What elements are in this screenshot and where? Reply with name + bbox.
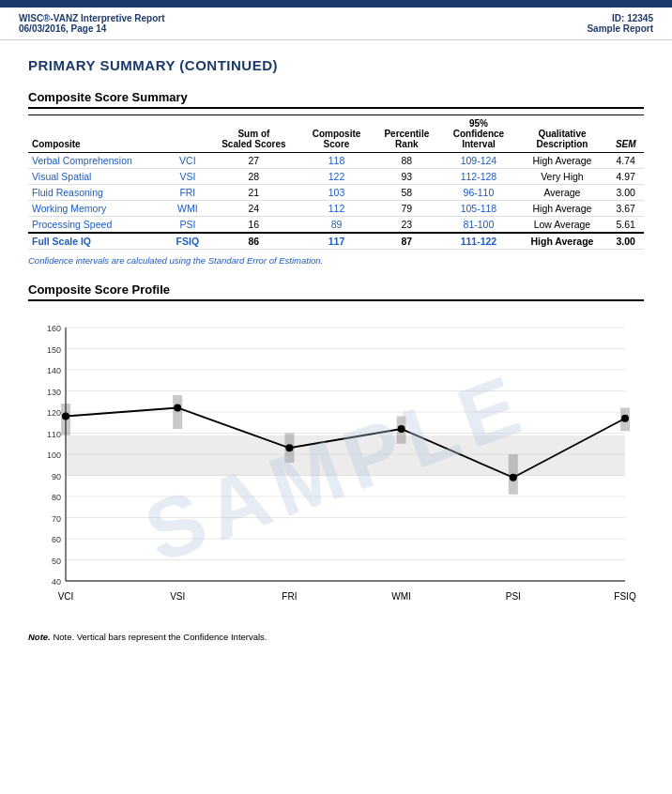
cell-sum: 24 [207, 201, 300, 217]
y-label: 100 [47, 450, 61, 460]
y-label: 40 [52, 577, 61, 587]
cell-sem: 3.67 [607, 201, 644, 217]
y-label: 60 [52, 535, 61, 544]
cell-qualitative: High Average [516, 233, 607, 250]
table-row: Verbal Comprehension VCI 27 118 88 109-1… [28, 153, 644, 169]
cell-qualitative: High Average [516, 201, 607, 217]
cell-score: 112 [300, 201, 373, 217]
cell-composite: Working Memory [28, 201, 168, 217]
chart-container: SAMPLE 160150140130120110100908070605040… [28, 309, 644, 628]
cell-abbr: VCI [168, 153, 207, 169]
cell-score: 103 [300, 185, 373, 201]
page-title: PRIMARY SUMMARY (CONTINUED) [28, 57, 644, 73]
sample-report-label: Sample Report [587, 23, 653, 34]
report-date-page: 06/03/2016, Page 14 [19, 23, 165, 34]
x-label: VCI [58, 591, 74, 602]
cell-percentile: 88 [373, 153, 440, 169]
y-label: 90 [52, 472, 61, 481]
y-label: 50 [52, 557, 61, 566]
cell-qualitative: Low Average [516, 217, 607, 234]
cell-sum: 16 [207, 217, 300, 234]
ci-bar [173, 395, 182, 429]
col-sem: SEM [607, 115, 644, 153]
confidence-note: Confidence intervals are calculated usin… [28, 255, 644, 266]
cell-sum: 21 [207, 185, 300, 201]
cell-qualitative: High Average [516, 153, 607, 169]
col-interval: 95%ConfidenceInterval [440, 115, 516, 153]
cell-sem: 4.97 [607, 169, 644, 185]
cell-interval: 111-122 [440, 233, 516, 250]
cell-qualitative: Very High [516, 169, 607, 185]
cell-score: 117 [300, 233, 373, 250]
col-percentile: PercentileRank [373, 115, 440, 153]
cell-composite: Fluid Reasoning [28, 185, 168, 201]
y-label: 130 [47, 388, 61, 397]
cell-sem: 4.74 [607, 153, 644, 169]
cell-interval: 112-128 [440, 169, 516, 185]
x-label: FSIQ [614, 591, 636, 602]
cell-abbr: PSI [168, 217, 207, 234]
cell-interval: 105-118 [440, 201, 516, 217]
score-dot [285, 444, 293, 451]
report-id: ID: 12345 [587, 13, 653, 23]
cell-percentile: 58 [373, 185, 440, 201]
cell-interval: 81-100 [440, 217, 516, 234]
header-bar [0, 0, 672, 8]
y-label: 120 [47, 408, 61, 418]
score-dot [621, 415, 629, 422]
x-label: PSI [506, 591, 521, 602]
cell-score: 122 [300, 169, 373, 185]
cell-percentile: 93 [373, 169, 440, 185]
cell-percentile: 23 [373, 217, 440, 234]
chart-section: Composite Score Profile SAMPLE 160150140… [28, 282, 644, 642]
average-band [66, 435, 625, 476]
col-sum: Sum ofScaled Scores [207, 115, 300, 153]
cell-score: 118 [300, 153, 373, 169]
y-label: 140 [47, 366, 61, 375]
table-row: Processing Speed PSI 16 89 23 81-100 Low… [28, 217, 644, 234]
chart-title: Composite Score Profile [28, 282, 644, 301]
y-label: 80 [52, 493, 61, 502]
cell-abbr: WMI [168, 201, 207, 217]
table-row: Visual Spatial VSI 28 122 93 112-128 Ver… [28, 169, 644, 185]
cell-composite: Verbal Comprehension [28, 153, 168, 169]
cell-composite: Processing Speed [28, 217, 168, 234]
cell-sem: 3.00 [607, 185, 644, 201]
cell-abbr: VSI [168, 169, 207, 185]
cell-interval: 96-110 [440, 185, 516, 201]
y-label: 160 [47, 324, 61, 333]
col-composite: Composite [28, 115, 168, 153]
score-dot [510, 474, 517, 481]
chart-svg: 160150140130120110100908070605040VCIVSIF… [28, 309, 644, 628]
main-content: PRIMARY SUMMARY (CONTINUED) Composite Sc… [0, 40, 672, 659]
score-dot [398, 425, 405, 433]
table-row: Working Memory WMI 24 112 79 105-118 Hig… [28, 201, 644, 217]
header-right: ID: 12345 Sample Report [587, 13, 653, 34]
cell-sem: 5.61 [607, 217, 644, 234]
y-label: 110 [47, 430, 61, 439]
y-label: 70 [52, 514, 61, 524]
col-qualitative: QualitativeDescription [516, 115, 607, 153]
cell-percentile: 79 [373, 201, 440, 217]
composite-score-summary-title: Composite Score Summary [28, 90, 644, 109]
col-abbr [168, 115, 207, 153]
header-info: WISC®-VANZ Interpretive Report 06/03/201… [0, 8, 672, 40]
cell-qualitative: Average [516, 185, 607, 201]
composite-score-table: Composite Sum ofScaled Scores CompositeS… [28, 115, 644, 250]
cell-percentile: 87 [373, 233, 440, 250]
col-score: CompositeScore [300, 115, 373, 153]
cell-sum: 27 [207, 153, 300, 169]
header-left: WISC®-VANZ Interpretive Report 06/03/201… [19, 13, 165, 34]
cell-sum: 28 [207, 169, 300, 185]
cell-abbr: FSIQ [168, 233, 207, 250]
cell-sem: 3.00 [607, 233, 644, 250]
table-row: Fluid Reasoning FRI 21 103 58 96-110 Ave… [28, 185, 644, 201]
y-label: 150 [47, 345, 61, 355]
x-label: VSI [170, 591, 185, 602]
cell-interval: 109-124 [440, 153, 516, 169]
cell-sum: 86 [207, 233, 300, 250]
score-dot [174, 405, 181, 412]
x-label: WMI [391, 591, 411, 602]
x-label: FRI [282, 591, 297, 602]
chart-note: Note. Note. Vertical bars represent the … [28, 632, 644, 642]
